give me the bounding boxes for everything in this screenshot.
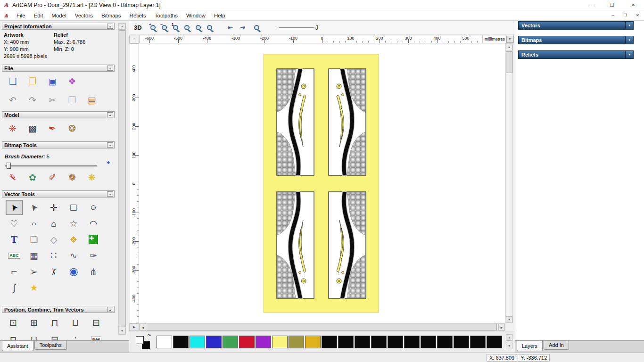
vector-doctor-icon[interactable]: ✑ xyxy=(85,248,102,263)
brush-diameter-slider[interactable] xyxy=(5,165,97,167)
create-text-icon[interactable]: T xyxy=(6,232,23,247)
wrap-text-icon[interactable]: ▦ xyxy=(25,248,42,263)
cut-icon[interactable]: ✂ xyxy=(44,92,60,107)
vertical-ruler[interactable]: 4003002001000-100-200-300-400 xyxy=(130,43,139,323)
nest-vectors-icon[interactable]: Nes xyxy=(88,332,105,340)
palette-swatch-8[interactable] xyxy=(289,336,304,348)
vector-tools-header[interactable]: Vector Tools ▴ xyxy=(2,190,115,197)
vertical-scrollbar-thumb[interactable] xyxy=(506,51,512,73)
palette-swatch-4[interactable] xyxy=(223,336,238,348)
block-copy-icon[interactable]: ∷ xyxy=(45,248,62,263)
menu-vectors[interactable]: Vectors xyxy=(71,10,97,21)
zoom-in-icon[interactable]: + xyxy=(148,22,159,34)
3d-view-button[interactable]: 3D xyxy=(134,24,142,31)
zoom-out-icon[interactable]: − xyxy=(159,22,170,34)
undo-icon[interactable]: ↶ xyxy=(5,92,21,107)
canvas-vertical-scrollbar[interactable]: ▲ ▼ xyxy=(505,43,513,323)
palette-swatch-9[interactable] xyxy=(305,336,321,348)
import-model-icon[interactable]: ❖ xyxy=(64,74,80,89)
scroll-down-icon[interactable]: ▼ xyxy=(506,316,512,323)
slice-vectors-icon[interactable]: ⊟ xyxy=(46,332,63,340)
minimize-button[interactable]: ─ xyxy=(580,0,602,10)
select-vectors-icon[interactable]: ➤ xyxy=(6,200,23,215)
palette-swatch-5[interactable] xyxy=(239,336,255,348)
palette-swatch-7[interactable] xyxy=(272,336,288,348)
canvas-viewport[interactable] xyxy=(139,43,505,323)
collapse-icon[interactable]: ▴ xyxy=(107,142,113,148)
join-vectors-icon[interactable]: ➢ xyxy=(25,264,42,279)
create-circle-icon[interactable]: ○ xyxy=(85,200,102,215)
palette-swatch-18[interactable] xyxy=(454,336,469,348)
text-abc-icon[interactable]: ABC xyxy=(6,248,23,263)
scroll-up-icon[interactable]: ▲ xyxy=(119,23,125,30)
palette-swatch-2[interactable] xyxy=(190,336,205,348)
vectors-dropdown-button[interactable]: ▼ xyxy=(625,22,633,29)
align-centers-icon[interactable]: ⊞ xyxy=(25,315,42,330)
align-top-icon[interactable]: ⊓ xyxy=(46,315,63,330)
palette-swatch-17[interactable] xyxy=(437,336,453,348)
palette-swatch-15[interactable] xyxy=(404,336,420,348)
node-editing-icon[interactable]: ➤ xyxy=(25,200,42,215)
model-lighthouse-icon[interactable]: ✒ xyxy=(44,121,60,136)
model-portrait-icon[interactable]: ❂ xyxy=(64,121,80,136)
save-model-icon[interactable]: ▣ xyxy=(44,74,60,89)
palette-swatch-3[interactable] xyxy=(206,336,222,348)
collapse-icon[interactable]: ▴ xyxy=(107,66,113,71)
palette-swatch-1[interactable] xyxy=(173,336,189,348)
menu-reliefs[interactable]: Reliefs xyxy=(125,10,150,21)
new-model-icon[interactable]: ❏ xyxy=(5,74,21,89)
copy-along-curve-icon[interactable]: ∿ xyxy=(65,248,82,263)
interactive-distort-icon[interactable]: ◉ xyxy=(65,264,82,279)
pane-toggle-button[interactable]: ▶ xyxy=(129,323,139,331)
brush-slider-thumb[interactable] xyxy=(7,163,11,169)
menu-model[interactable]: Model xyxy=(47,10,70,21)
open-model-icon[interactable]: ❒ xyxy=(25,74,41,89)
scroll-down-icon[interactable]: ▼ xyxy=(119,328,125,334)
close-button[interactable]: ✕ xyxy=(623,0,644,10)
previous-view-icon[interactable]: ⇤ xyxy=(226,20,235,35)
menu-toolpaths[interactable]: Toolpaths xyxy=(150,10,182,21)
panel-header-reliefs[interactable]: Reliefs▼ xyxy=(518,50,634,59)
tab-assistant[interactable]: Assistant xyxy=(2,341,33,351)
scatter-copies-icon[interactable]: ∴ xyxy=(67,332,84,340)
ruler-corner[interactable]: ∴ xyxy=(129,35,139,43)
create-polygon-icon[interactable]: ⌂ xyxy=(45,216,62,231)
paint-icon[interactable]: ✎ xyxy=(5,170,21,185)
panel-header-bitmaps[interactable]: Bitmaps▼ xyxy=(518,36,634,44)
vector-wizard-icon[interactable]: ★ xyxy=(25,280,42,295)
file-section-header[interactable]: File ▴ xyxy=(2,65,115,72)
mdi-restore-button[interactable]: ❐ xyxy=(621,12,629,18)
scroll-left-icon[interactable]: ◀ xyxy=(140,324,146,330)
create-polyline-icon[interactable]: ♡ xyxy=(6,216,23,231)
transform-vectors-icon[interactable]: ✛ xyxy=(45,200,62,215)
bridge-nodes-icon[interactable]: ⋔ xyxy=(85,264,102,279)
swap-colours-icon[interactable]: ↷ xyxy=(147,333,151,338)
copy-icon[interactable]: ❐ xyxy=(64,92,80,107)
weld-vectors-icon[interactable]: ⊓ xyxy=(5,332,22,340)
zoom-fit-icon[interactable] xyxy=(182,22,193,34)
zoom-objects-icon[interactable] xyxy=(193,22,204,34)
assistant-scrollbar-thumb[interactable] xyxy=(119,30,125,327)
canvas-2d-view[interactable] xyxy=(139,43,505,323)
create-arc-icon[interactable]: ◠ xyxy=(85,216,102,231)
collapse-icon[interactable]: ▴ xyxy=(107,24,113,29)
palette-swatch-0[interactable] xyxy=(157,336,172,348)
palette-swatch-10[interactable] xyxy=(322,336,337,348)
model-texture-icon[interactable]: ▩ xyxy=(25,121,41,136)
assistant-scrollbar[interactable]: ▲ ▼ xyxy=(118,23,126,335)
primary-secondary-colour-selector[interactable]: ↷ xyxy=(136,335,151,349)
fill-pour-icon[interactable]: ❖ xyxy=(65,232,82,247)
create-diamond-icon[interactable]: ◇ xyxy=(45,232,62,247)
bitmaps-dropdown-button[interactable]: ▼ xyxy=(625,36,633,44)
next-view-icon[interactable]: ⇥ xyxy=(238,20,248,35)
flood-fill-icon[interactable]: ✿ xyxy=(25,170,41,185)
horizontal-ruler[interactable]: millimetres ▼ -600-500-400-300-200-10001… xyxy=(139,35,514,43)
menu-edit[interactable]: Edit xyxy=(30,10,48,21)
set-model-size-icon[interactable]: ❈ xyxy=(5,121,21,136)
spray-icon[interactable]: ✐ xyxy=(44,170,60,185)
primary-colour[interactable] xyxy=(136,336,144,344)
center-in-page-icon[interactable]: ⊡ xyxy=(5,315,22,330)
create-ellipse-icon[interactable]: ○ xyxy=(25,216,42,231)
model-section-header[interactable]: Model ▴ xyxy=(2,111,115,118)
palette-swatch-20[interactable] xyxy=(487,336,502,348)
